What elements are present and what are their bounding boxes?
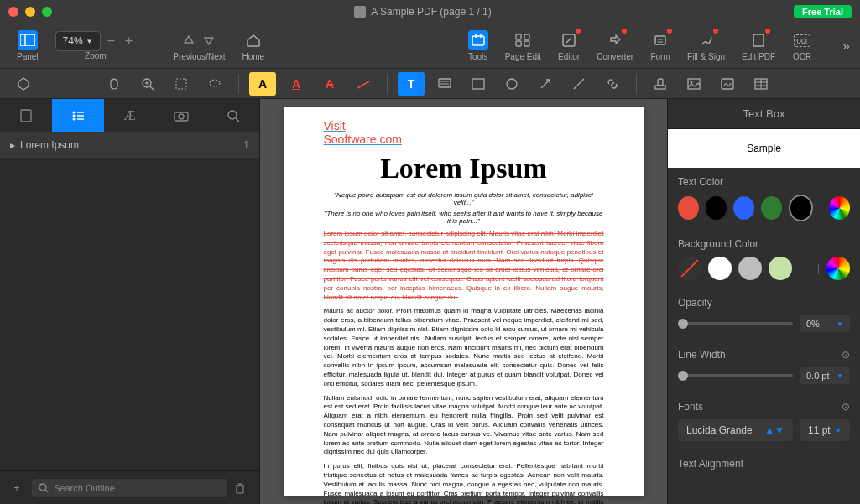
pdf-doc-icon bbox=[354, 6, 366, 18]
free-trial-badge[interactable]: Free Trial bbox=[794, 5, 852, 18]
doc-title: Lorem Ipsum bbox=[324, 153, 604, 184]
color-swatch-blue[interactable] bbox=[733, 196, 754, 220]
form-button[interactable]: Form bbox=[644, 27, 677, 65]
selection-dots-icon bbox=[175, 77, 188, 91]
search-placeholder: Search Outline bbox=[54, 483, 115, 493]
sidebar-tabs: Æ bbox=[0, 99, 259, 132]
zoom-marquee-tool[interactable] bbox=[134, 72, 161, 96]
hexagon-settings-button[interactable] bbox=[10, 72, 37, 96]
svg-point-32 bbox=[691, 81, 693, 83]
doc-link[interactable]: Visit Sooftware.com bbox=[324, 119, 604, 146]
fill-sign-icon bbox=[700, 34, 713, 47]
home-button[interactable]: Home bbox=[235, 27, 271, 65]
gear-icon[interactable]: ⊙ bbox=[842, 401, 850, 413]
down-arrow-icon bbox=[203, 34, 215, 46]
bg-color-row: | bbox=[678, 257, 850, 280]
outline-item-label: Lorem Ipsum bbox=[20, 139, 79, 151]
overflow-button[interactable]: » bbox=[842, 39, 850, 54]
search-tab[interactable] bbox=[207, 99, 259, 132]
svg-rect-33 bbox=[722, 79, 733, 89]
strikethrough-tool[interactable]: A bbox=[316, 72, 343, 96]
text-box-tool[interactable]: T bbox=[398, 72, 425, 96]
link-tool[interactable] bbox=[599, 72, 626, 96]
sidebar-footer: + Search Outline bbox=[0, 470, 259, 504]
thumbnails-tab[interactable] bbox=[0, 99, 52, 132]
table-tool[interactable] bbox=[748, 72, 774, 96]
doc-paragraph: Nullam euismod, odio in ornare fermentum… bbox=[324, 394, 604, 458]
zoom-out-button[interactable]: − bbox=[104, 34, 118, 49]
snapshot-tab[interactable] bbox=[155, 99, 207, 132]
search-outline-input[interactable]: Search Outline bbox=[32, 479, 227, 497]
svg-rect-11 bbox=[655, 36, 665, 44]
highlight-tool[interactable]: A bbox=[249, 72, 276, 96]
doc-quote-2: "There is no one who loves pain itself, … bbox=[324, 210, 604, 225]
prev-next-buttons[interactable]: Previous/Next bbox=[166, 27, 232, 65]
color-swatch-none[interactable] bbox=[678, 257, 701, 280]
fill-sign-button[interactable]: Fill & Sign bbox=[680, 27, 732, 65]
line-tool[interactable] bbox=[566, 72, 592, 96]
page-edit-icon bbox=[515, 34, 530, 47]
add-outline-button[interactable]: + bbox=[8, 482, 25, 494]
svg-point-39 bbox=[72, 111, 75, 113]
circle-tool[interactable] bbox=[498, 72, 525, 96]
link-icon bbox=[606, 77, 619, 91]
outline-tab[interactable] bbox=[52, 99, 104, 132]
toolbar-secondary: A A A T bbox=[0, 69, 860, 99]
hand-tool[interactable] bbox=[101, 72, 128, 96]
svg-point-47 bbox=[228, 111, 237, 119]
zoom-in-button[interactable]: + bbox=[122, 34, 136, 49]
color-swatch-white[interactable] bbox=[708, 257, 732, 280]
color-swatch-lightgreen[interactable] bbox=[769, 257, 792, 280]
annotations-tab[interactable]: Æ bbox=[104, 99, 156, 132]
outline-item[interactable]: ▸ Lorem Ipsum 1 bbox=[0, 132, 259, 158]
sidebar-right: Text Box Sample Text Color | Background … bbox=[667, 99, 860, 504]
zoom-value-input[interactable]: 74%▼ bbox=[55, 31, 101, 51]
ocr-button[interactable]: ocr OCR bbox=[785, 27, 819, 65]
svg-rect-25 bbox=[472, 79, 484, 89]
color-swatch-selected[interactable] bbox=[789, 195, 813, 221]
delete-outline-button[interactable] bbox=[234, 482, 251, 494]
text-alignment-label: Text Alignment bbox=[678, 458, 850, 470]
minimize-window-button[interactable] bbox=[25, 7, 35, 17]
page-edit-button[interactable]: Page Edit bbox=[498, 27, 548, 65]
lasso-tool[interactable] bbox=[201, 72, 228, 96]
color-swatch-red[interactable] bbox=[678, 196, 699, 220]
color-picker-button[interactable] bbox=[829, 196, 850, 220]
doc-paragraph-strike: Lorem ipsum dolor sit amet, consectetur … bbox=[324, 230, 604, 302]
gear-icon[interactable]: ⊙ bbox=[842, 349, 850, 361]
panel-button[interactable]: Panel bbox=[10, 27, 45, 65]
color-swatch-green[interactable] bbox=[761, 196, 782, 220]
document-viewport[interactable]: Visit Sooftware.com Lorem Ipsum "Neque p… bbox=[260, 99, 667, 504]
color-picker-button[interactable] bbox=[826, 257, 850, 280]
squiggly-tool[interactable] bbox=[350, 72, 377, 96]
opacity-slider[interactable] bbox=[678, 322, 793, 325]
underline-tool[interactable]: A bbox=[283, 72, 310, 96]
tools-button[interactable]: Tools bbox=[461, 27, 495, 65]
close-window-button[interactable] bbox=[8, 7, 18, 17]
converter-button[interactable]: Converter bbox=[590, 27, 640, 65]
opacity-value[interactable]: 0%▼ bbox=[800, 315, 850, 332]
select-area-tool[interactable] bbox=[168, 72, 195, 96]
up-arrow-icon bbox=[183, 34, 195, 46]
stamp-icon bbox=[654, 77, 667, 91]
stamp-tool[interactable] bbox=[647, 72, 674, 96]
traffic-lights bbox=[8, 7, 52, 17]
arrow-tool[interactable] bbox=[532, 72, 559, 96]
line-width-value[interactable]: 0.0 pt▼ bbox=[800, 367, 850, 384]
rectangle-tool[interactable] bbox=[465, 72, 492, 96]
svg-rect-6 bbox=[516, 34, 521, 39]
maximize-window-button[interactable] bbox=[42, 7, 52, 17]
toolbar-main: Panel 74%▼ − + Zoom Previous/Next Home T… bbox=[0, 23, 860, 69]
font-family-select[interactable]: Lucida Grande▲▼ bbox=[678, 419, 793, 441]
home-icon bbox=[246, 34, 261, 47]
signature-tool[interactable] bbox=[714, 72, 741, 96]
svg-marker-15 bbox=[18, 78, 29, 90]
color-swatch-gray[interactable] bbox=[738, 257, 762, 280]
line-width-slider[interactable] bbox=[678, 374, 793, 377]
editor-button[interactable]: Editor bbox=[551, 27, 586, 65]
edit-pdf-button[interactable]: Edit PDF bbox=[735, 27, 782, 65]
font-size-select[interactable]: 11 pt▼ bbox=[800, 419, 850, 441]
color-swatch-black[interactable] bbox=[706, 196, 727, 220]
note-tool[interactable] bbox=[431, 72, 458, 96]
image-tool[interactable] bbox=[680, 72, 707, 96]
